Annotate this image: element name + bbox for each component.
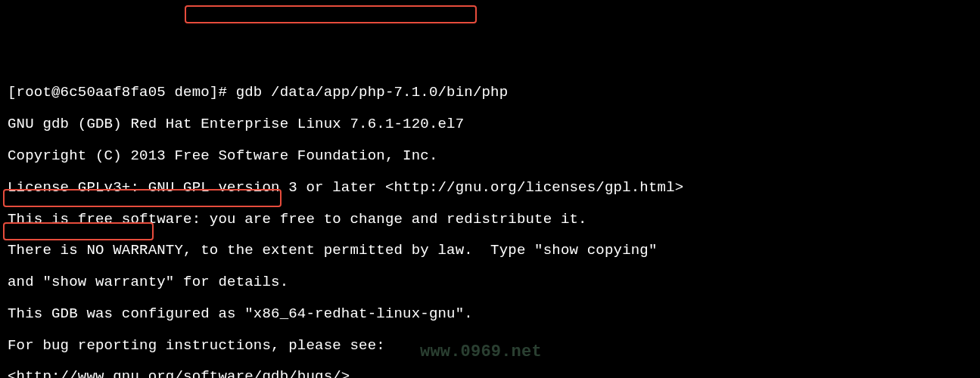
terminal-line: GNU gdb (GDB) Red Hat Enterprise Linux 7… xyxy=(8,116,972,132)
highlight-gdb-command xyxy=(185,5,477,23)
terminal-line: <http://www.gnu.org/software/gdb/bugs/>.… xyxy=(8,369,972,378)
terminal-line: There is NO WARRANTY, to the extent perm… xyxy=(8,243,972,259)
terminal-line: [root@6c50aaf8fa05 demo]# gdb /data/app/… xyxy=(8,85,972,101)
terminal-line: For bug reporting instructions, please s… xyxy=(8,338,972,354)
terminal-line: This GDB was configured as "x86_64-redha… xyxy=(8,306,972,322)
terminal-line: This is free software: you are free to c… xyxy=(8,212,972,228)
terminal-line: Copyright (C) 2013 Free Software Foundat… xyxy=(8,148,972,164)
terminal-line: License GPLv3+: GNU GPL version 3 or lat… xyxy=(8,180,972,196)
terminal-output: [root@6c50aaf8fa05 demo]# gdb /data/app/… xyxy=(8,70,972,378)
terminal-line: and "show warranty" for details. xyxy=(8,274,972,290)
